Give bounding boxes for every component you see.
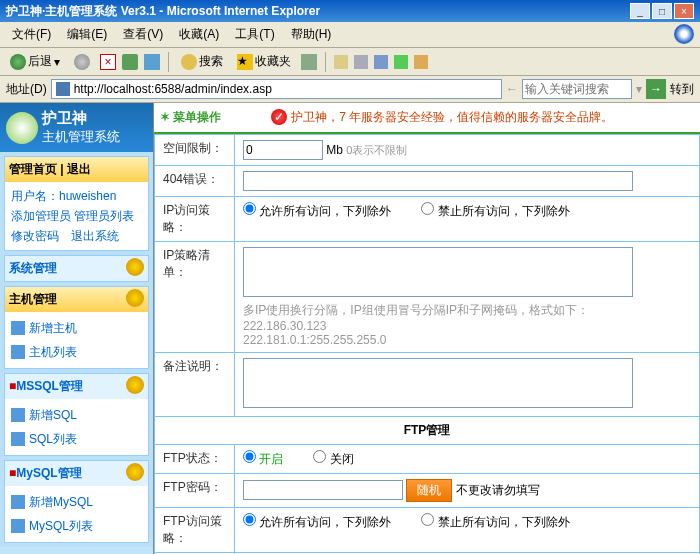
radio-ftp-off[interactable]: 关闭: [313, 452, 353, 466]
search-button[interactable]: 搜索: [177, 51, 227, 72]
address-input[interactable]: http://localhost:6588/admin/index.asp: [51, 79, 502, 99]
sidebar-item-add-mysql[interactable]: 新增MySQL: [11, 490, 142, 514]
toolbar: 后退 ▾ × 搜索 ★收藏夹: [0, 48, 700, 76]
back-button[interactable]: 后退 ▾: [6, 51, 64, 72]
menu-view[interactable]: 查看(V): [117, 24, 169, 45]
nav-system-header[interactable]: 系统管理: [5, 256, 148, 281]
error404-input[interactable]: [243, 171, 633, 191]
link-add-admin[interactable]: 添加管理员: [11, 209, 71, 223]
gear-icon: [126, 376, 144, 394]
page-icon: [11, 519, 25, 533]
back-icon: [10, 54, 26, 70]
gear-icon: [126, 258, 144, 276]
window-controls: _ □ ×: [630, 3, 694, 19]
slogan: ✓护卫神，7 年服务器安全经验，值得信赖的服务器安全品牌。: [271, 109, 613, 126]
radio-ip-deny[interactable]: 禁止所有访问，下列除外: [421, 204, 569, 218]
stop-icon[interactable]: ×: [100, 54, 116, 70]
page-icon: [11, 345, 25, 359]
separator: [168, 52, 169, 72]
address-label: 地址(D): [6, 81, 47, 98]
go-label[interactable]: 转到: [670, 81, 694, 98]
ftp-password-input[interactable]: [243, 480, 403, 500]
gear-icon: [126, 463, 144, 481]
radio-ftp-on[interactable]: 开启: [243, 452, 283, 466]
window-title: 护卫神·主机管理系统 Ver3.1 - Microsoft Internet E…: [6, 3, 320, 20]
nav-home-header[interactable]: 管理首页 | 退出: [5, 157, 148, 182]
ftp-section-header: FTP管理: [155, 417, 700, 445]
nav-mysql: ■MySQL管理 新增MySQL MySQL列表: [4, 460, 149, 543]
radio-ip-allow[interactable]: 允许所有访问，下列除外: [243, 204, 391, 218]
random-pwd-button[interactable]: 随机: [406, 479, 452, 502]
keyword-search-input[interactable]: [522, 79, 632, 99]
page-icon: [11, 408, 25, 422]
menubar: 文件(F) 编辑(E) 查看(V) 收藏(A) 工具(T) 帮助(H): [0, 22, 700, 48]
page-icon: [56, 82, 70, 96]
nav-mssql-header[interactable]: ■MSSQL管理: [5, 374, 148, 399]
menu-favorites[interactable]: 收藏(A): [173, 24, 225, 45]
star-icon: ★: [237, 54, 253, 70]
content-area: 护卫神主机管理系统 管理首页 | 退出 用户名：huweishen 添加管理员 …: [0, 103, 700, 554]
sidebar-item-host-list[interactable]: 主机列表: [11, 340, 142, 364]
ops-bar: ✶ 菜单操作 ✓护卫神，7 年服务器安全经验，值得信赖的服务器安全品牌。: [154, 103, 700, 134]
home-icon[interactable]: [144, 54, 160, 70]
history-icon[interactable]: [301, 54, 317, 70]
nav-host: 主机管理 新增主机 主机列表: [4, 286, 149, 369]
link-logout[interactable]: 退出系统: [71, 229, 119, 243]
username-value: huweishen: [59, 189, 116, 203]
page-icon: [11, 321, 25, 335]
link-change-pwd[interactable]: 修改密码: [11, 229, 59, 243]
go-button[interactable]: →: [646, 79, 666, 99]
ip-list-textarea[interactable]: [243, 247, 633, 297]
sidebar-item-mysql-list[interactable]: MySQL列表: [11, 514, 142, 538]
sidebar-item-add-host[interactable]: 新增主机: [11, 316, 142, 340]
nav-mysql-header[interactable]: ■MySQL管理: [5, 461, 148, 486]
sidebar-footer: 技术支持：护卫神 官方：Host.huweishen.com 注意事项：此程序由…: [0, 547, 153, 554]
window-titlebar: 护卫神·主机管理系统 Ver3.1 - Microsoft Internet E…: [0, 0, 700, 22]
favorites-button[interactable]: ★收藏夹: [233, 51, 295, 72]
menu-file[interactable]: 文件(F): [6, 24, 57, 45]
menu-help[interactable]: 帮助(H): [285, 24, 338, 45]
addressbar: 地址(D) http://localhost:6588/admin/index.…: [0, 76, 700, 103]
messenger-icon[interactable]: [394, 55, 408, 69]
forward-icon: [74, 54, 90, 70]
nav-host-header[interactable]: 主机管理: [5, 287, 148, 312]
space-limit-input[interactable]: [243, 140, 323, 160]
forward-button[interactable]: [70, 52, 94, 72]
mail-icon[interactable]: [334, 55, 348, 69]
edit-icon[interactable]: [374, 55, 388, 69]
link-admin-list[interactable]: 管理员列表: [74, 209, 134, 223]
nav-mssql: ■MSSQL管理 新增SQL SQL列表: [4, 373, 149, 456]
folder-icon[interactable]: [414, 55, 428, 69]
remark-textarea[interactable]: [243, 358, 633, 408]
radio-ftp-allow[interactable]: 允许所有访问，下列除外: [243, 515, 391, 529]
print-icon[interactable]: [354, 55, 368, 69]
sidebar-item-sql-list[interactable]: SQL列表: [11, 427, 142, 451]
shield-icon: ✓: [271, 109, 287, 125]
brand-logo-icon: [6, 112, 38, 144]
minimize-button[interactable]: _: [630, 3, 650, 19]
ie-logo-icon: [674, 24, 694, 44]
menu-tools[interactable]: 工具(T): [229, 24, 280, 45]
brand-header: 护卫神主机管理系统: [0, 103, 153, 152]
nav-system: 系统管理: [4, 255, 149, 282]
refresh-icon[interactable]: [122, 54, 138, 70]
url-text: http://localhost:6588/admin/index.asp: [74, 82, 272, 96]
search-icon: [181, 54, 197, 70]
close-button[interactable]: ×: [674, 3, 694, 19]
page-icon: [11, 432, 25, 446]
nav-home: 管理首页 | 退出 用户名：huweishen 添加管理员 管理员列表 修改密码…: [4, 156, 149, 251]
page-icon: [11, 495, 25, 509]
settings-form: 空间限制： Mb 0表示不限制 404错误： IP访问策略： 允许所有访问，下列…: [154, 134, 700, 554]
main-panel: ✶ 菜单操作 ✓护卫神，7 年服务器安全经验，值得信赖的服务器安全品牌。 空间限…: [154, 103, 700, 554]
sidebar-item-add-sql[interactable]: 新增SQL: [11, 403, 142, 427]
maximize-button[interactable]: □: [652, 3, 672, 19]
radio-ftp-deny[interactable]: 禁止所有访问，下列除外: [421, 515, 569, 529]
menu-edit[interactable]: 编辑(E): [61, 24, 113, 45]
separator: [325, 52, 326, 72]
sidebar: 护卫神主机管理系统 管理首页 | 退出 用户名：huweishen 添加管理员 …: [0, 103, 154, 554]
gear-icon: [126, 289, 144, 307]
